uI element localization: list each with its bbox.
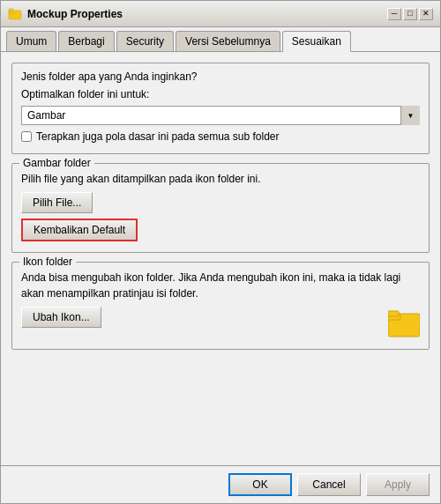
- ikon-folder-content: Anda bisa mengubah ikon folder. Jika And…: [21, 270, 420, 338]
- gambar-buttons: Pilih File... Kembalikan Default: [21, 192, 420, 241]
- title-bar: Mockup Properties ─ □ ✕: [1, 1, 440, 27]
- folder-type-content: Jenis folder apa yang Anda inginkan? Opt…: [21, 70, 420, 143]
- maximize-button[interactable]: □: [403, 8, 417, 20]
- ikon-folder-section: Ikon folder Anda bisa mengubah ikon fold…: [11, 262, 430, 350]
- close-button[interactable]: ✕: [419, 8, 433, 20]
- tab-umum[interactable]: Umum: [6, 31, 56, 51]
- pilih-file-button[interactable]: Pilih File...: [21, 192, 93, 213]
- gambar-folder-content: Pilih file yang akan ditampilkan pada ik…: [21, 171, 420, 241]
- window-title: Mockup Properties: [27, 8, 123, 20]
- tab-berbagi[interactable]: Berbagi: [58, 31, 114, 51]
- tab-content: Jenis folder apa yang Anda inginkan? Opt…: [1, 52, 440, 465]
- folder-type-select[interactable]: Gambar Dokumen Musik Video Item Umum: [21, 106, 420, 125]
- ubah-ikon-button[interactable]: Ubah Ikon...: [21, 307, 101, 328]
- bottom-bar: OK Cancel Apply: [1, 465, 440, 503]
- gambar-folder-section: Gambar folder Pilih file yang akan ditam…: [11, 163, 430, 253]
- folder-type-title: Jenis folder apa yang Anda inginkan?: [21, 70, 420, 83]
- minimize-button[interactable]: ─: [387, 8, 401, 20]
- title-bar-left: Mockup Properties: [8, 7, 123, 21]
- ikon-folder-label: Ikon folder: [19, 256, 76, 268]
- sub-folder-checkbox[interactable]: [21, 131, 32, 142]
- tab-bar: Umum Berbagi Security Versi Sebelumnya S…: [1, 27, 440, 52]
- main-window: Mockup Properties ─ □ ✕ Umum Berbagi Sec…: [0, 0, 441, 504]
- checkbox-label: Terapkan juga pola dasar ini pada semua …: [36, 130, 280, 143]
- apply-button[interactable]: Apply: [366, 473, 430, 496]
- icon-row: Ubah Ikon...: [21, 307, 420, 338]
- tab-security[interactable]: Security: [116, 31, 174, 51]
- kembalikan-default-button[interactable]: Kembalikan Default: [21, 219, 138, 241]
- window-icon: [8, 7, 22, 21]
- checkbox-row: Terapkan juga pola dasar ini pada semua …: [21, 130, 420, 143]
- optimize-label: Optimalkan folder ini untuk:: [21, 88, 420, 100]
- svg-rect-2: [9, 9, 13, 11]
- cancel-button[interactable]: Cancel: [297, 473, 361, 496]
- tab-sesuaikan[interactable]: Sesuaikan: [282, 31, 351, 52]
- ok-button[interactable]: OK: [228, 473, 292, 496]
- select-wrapper: Gambar Dokumen Musik Video Item Umum ▼: [21, 106, 420, 125]
- svg-rect-5: [388, 311, 399, 316]
- title-bar-controls: ─ □ ✕: [387, 8, 433, 20]
- tab-versi[interactable]: Versi Sebelumnya: [176, 31, 280, 51]
- folder-icon: [388, 307, 420, 338]
- folder-type-section: Jenis folder apa yang Anda inginkan? Opt…: [11, 63, 430, 154]
- gambar-folder-label: Gambar folder: [19, 157, 94, 169]
- ikon-description: Anda bisa mengubah ikon folder. Jika And…: [21, 270, 420, 301]
- gambar-description: Pilih file yang akan ditampilkan pada ik…: [21, 171, 420, 187]
